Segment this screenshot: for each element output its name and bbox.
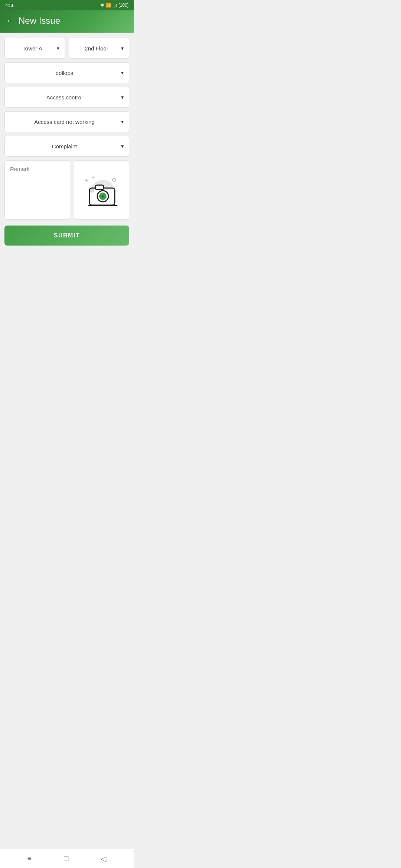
dollops-dropdown-label: dollops [10, 70, 119, 76]
category-dropdown[interactable]: Access control ▾ [4, 87, 129, 108]
battery-indicator: [100] [118, 3, 128, 8]
remark-placeholder: Remark [10, 166, 30, 172]
camera-upload[interactable]: ✦ ✦ [74, 160, 129, 220]
page-title: New Issue [19, 16, 60, 26]
header: ← New Issue [0, 10, 134, 33]
type-dropdown[interactable]: Complaint ▾ [4, 136, 129, 157]
location-row: Tower A ▾ 2nd Floor ▾ [4, 38, 129, 59]
remark-camera-row: Remark ✦ ✦ [4, 160, 129, 220]
category-dropdown-label: Access control [10, 94, 119, 101]
svg-point-8 [101, 195, 104, 198]
issue-dropdown-label: Access card not working [10, 119, 119, 125]
back-button[interactable]: ← [6, 17, 14, 25]
status-icons: ✱ 📶 ◿ [100] [100, 3, 128, 8]
issue-dropdown[interactable]: Access card not working ▾ [4, 111, 129, 132]
camera-icon: ✦ ✦ [81, 173, 122, 207]
dollops-dropdown[interactable]: dollops ▾ [4, 62, 129, 83]
type-dropdown-arrow: ▾ [121, 143, 124, 149]
svg-text:✦: ✦ [84, 178, 89, 184]
svg-point-2 [113, 178, 115, 181]
screen-icon: ◿ [113, 3, 117, 8]
svg-rect-5 [95, 185, 104, 190]
bluetooth-icon: ✱ [100, 3, 104, 8]
status-time: 4:56 [5, 3, 14, 8]
dollops-dropdown-arrow: ▾ [121, 70, 124, 76]
category-dropdown-arrow: ▾ [121, 94, 124, 100]
issue-dropdown-arrow: ▾ [121, 119, 124, 125]
form-content: Tower A ▾ 2nd Floor ▾ dollops ▾ Access c… [0, 33, 134, 280]
type-dropdown-label: Complaint [10, 143, 119, 149]
svg-rect-9 [90, 190, 94, 192]
tower-dropdown[interactable]: Tower A ▾ [4, 38, 65, 59]
svg-text:✦: ✦ [92, 175, 95, 180]
tower-dropdown-arrow: ▾ [57, 45, 59, 51]
status-bar: 4:56 ✱ 📶 ◿ [100] [0, 0, 134, 10]
floor-dropdown-arrow: ▾ [121, 45, 124, 51]
remark-input[interactable]: Remark [4, 160, 70, 220]
floor-dropdown-label: 2nd Floor [74, 45, 119, 52]
tower-dropdown-label: Tower A [10, 45, 55, 52]
submit-button[interactable]: SUBMIT [4, 226, 129, 246]
wifi-icon: 📶 [106, 3, 111, 8]
floor-dropdown[interactable]: 2nd Floor ▾ [69, 38, 129, 59]
